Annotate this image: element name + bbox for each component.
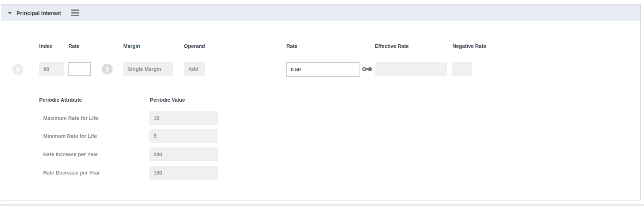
periodic-attribute-cell: Maximum Rate for Life [43, 111, 98, 125]
table-row: Rate Decrease per Year 100 [0, 166, 278, 180]
key-link-icon[interactable] [362, 66, 372, 74]
index-field: 90 [39, 62, 64, 76]
table-row: Maximum Rate for Life 15 [0, 111, 278, 125]
table-row: Rate Increase per Year 200 [0, 147, 278, 161]
menu-icon[interactable] [71, 10, 79, 16]
margin-field: Single Margin [123, 62, 173, 76]
periodic-attribute-cell: Minimum Rate for Life [43, 129, 97, 143]
plus-icon: + [15, 65, 20, 74]
negative-rate-label: Negative Rate [452, 43, 486, 49]
rate-input[interactable] [68, 62, 91, 76]
index-label: Index [39, 43, 53, 49]
periodic-value-cell: 200 [149, 147, 218, 161]
margin-label: Margin [123, 43, 140, 49]
panel-title: Principal Interest [16, 10, 61, 16]
periodic-value-cell: 100 [149, 166, 218, 180]
rate2-input[interactable] [286, 62, 359, 77]
next-section-edge [0, 204, 644, 206]
periodic-attribute-cell: Rate Decrease per Year [43, 166, 100, 180]
add-row-button[interactable]: + [12, 64, 23, 75]
periodic-value-cell: 5 [149, 129, 218, 143]
chevron-right-icon: ❯ [105, 66, 110, 72]
periodic-value-cell: 15 [149, 111, 218, 125]
table-row: Minimum Rate for Life 5 [0, 129, 278, 143]
expand-row-button[interactable]: ❯ [102, 64, 113, 75]
effective-rate-label: Effective Rate [375, 43, 409, 49]
operand-field: Add [184, 62, 205, 76]
panel-header[interactable]: Principal Interest [1, 5, 640, 21]
negative-rate-field [452, 62, 472, 76]
operand-label: Operand [184, 43, 205, 49]
periodic-value-header: Periodic Value [150, 97, 185, 103]
collapse-caret-icon[interactable] [8, 12, 12, 14]
rate2-label: Rate [286, 43, 297, 49]
rate-label: Rate [68, 43, 79, 49]
effective-rate-field [375, 62, 447, 76]
periodic-attribute-header: Periodic Attribute [39, 97, 82, 103]
page: Principal Interest Index Rate Margin Ope… [0, 0, 644, 206]
periodic-attribute-cell: Rate Increase per Year [43, 147, 98, 161]
